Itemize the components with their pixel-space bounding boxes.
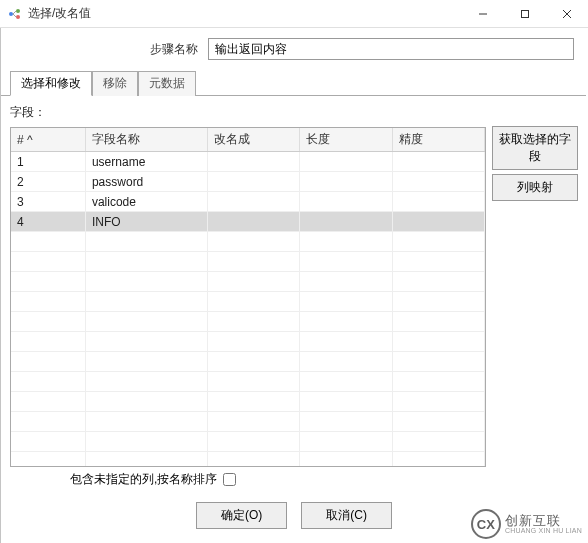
table-row[interactable]: 4INFO: [11, 212, 485, 232]
table-row[interactable]: 3valicode: [11, 192, 485, 212]
col-hash-header[interactable]: #: [17, 133, 24, 147]
table-cell[interactable]: 3: [11, 192, 85, 212]
table-row-empty: [11, 392, 485, 412]
table-cell[interactable]: [392, 152, 484, 172]
svg-point-2: [16, 15, 20, 19]
include-unspecified-label: 包含未指定的列,按名称排序: [70, 471, 217, 488]
table-row-empty: [11, 252, 485, 272]
watermark-logo: CX: [471, 509, 501, 539]
table-row-empty: [11, 352, 485, 372]
sort-icon: ^: [27, 133, 33, 147]
table-row[interactable]: 1username: [11, 152, 485, 172]
maximize-button[interactable]: [504, 0, 546, 28]
table-cell[interactable]: valicode: [85, 192, 207, 212]
table-cell[interactable]: [392, 172, 484, 192]
table-cell[interactable]: [208, 212, 300, 232]
table-cell[interactable]: username: [85, 152, 207, 172]
svg-point-1: [16, 9, 20, 13]
tab-remove[interactable]: 移除: [92, 71, 138, 96]
table-cell[interactable]: password: [85, 172, 207, 192]
watermark-main: 创新互联: [505, 514, 582, 527]
tab-select-modify[interactable]: 选择和修改: [10, 71, 92, 96]
table-row-empty: [11, 272, 485, 292]
table-row-empty: [11, 232, 485, 252]
titlebar: 选择/改名值: [0, 0, 588, 28]
table-row[interactable]: 2password: [11, 172, 485, 192]
table-cell[interactable]: [300, 152, 392, 172]
col-name-header[interactable]: 字段名称: [85, 128, 207, 152]
tabs: 选择和修改 移除 元数据: [0, 70, 586, 96]
table-row-empty: [11, 292, 485, 312]
table-row-empty: [11, 332, 485, 352]
table-row-empty: [11, 312, 485, 332]
fields-label: 字段：: [10, 104, 486, 121]
table-cell[interactable]: [300, 212, 392, 232]
table-cell[interactable]: 1: [11, 152, 85, 172]
watermark: CX 创新互联 CHUANG XIN HU LIAN: [471, 509, 582, 539]
table-cell[interactable]: [208, 192, 300, 212]
svg-line-3: [13, 11, 16, 14]
column-mapping-button[interactable]: 列映射: [492, 174, 578, 201]
close-button[interactable]: [546, 0, 588, 28]
svg-line-4: [13, 14, 16, 17]
app-icon: [8, 7, 22, 21]
minimize-button[interactable]: [462, 0, 504, 28]
table-cell[interactable]: [208, 152, 300, 172]
table-cell[interactable]: 2: [11, 172, 85, 192]
table-cell[interactable]: [300, 172, 392, 192]
table-cell[interactable]: [300, 192, 392, 212]
cancel-button[interactable]: 取消(C): [301, 502, 392, 529]
watermark-sub: CHUANG XIN HU LIAN: [505, 527, 582, 534]
include-unspecified-checkbox[interactable]: [223, 473, 236, 486]
col-precision-header[interactable]: 精度: [392, 128, 484, 152]
table-row-empty: [11, 432, 485, 452]
get-selected-fields-button[interactable]: 获取选择的字段: [492, 126, 578, 170]
fields-table[interactable]: # ^ 字段名称 改名成 长度 精度 1username2password3va…: [10, 127, 486, 467]
window-title: 选择/改名值: [28, 5, 462, 22]
svg-point-0: [9, 12, 13, 16]
window-border: [0, 28, 6, 543]
table-cell[interactable]: [208, 172, 300, 192]
ok-button[interactable]: 确定(O): [196, 502, 287, 529]
table-cell[interactable]: [392, 212, 484, 232]
table-row-empty: [11, 372, 485, 392]
step-name-input[interactable]: [208, 38, 574, 60]
table-cell[interactable]: [392, 192, 484, 212]
table-row-empty: [11, 452, 485, 468]
table-cell[interactable]: 4: [11, 212, 85, 232]
step-name-row: 步骤名称: [0, 28, 588, 68]
svg-rect-6: [522, 10, 529, 17]
col-rename-header[interactable]: 改名成: [208, 128, 300, 152]
table-row-empty: [11, 412, 485, 432]
col-length-header[interactable]: 长度: [300, 128, 392, 152]
table-cell[interactable]: INFO: [85, 212, 207, 232]
step-name-label: 步骤名称: [14, 41, 208, 58]
tab-metadata[interactable]: 元数据: [138, 71, 196, 96]
